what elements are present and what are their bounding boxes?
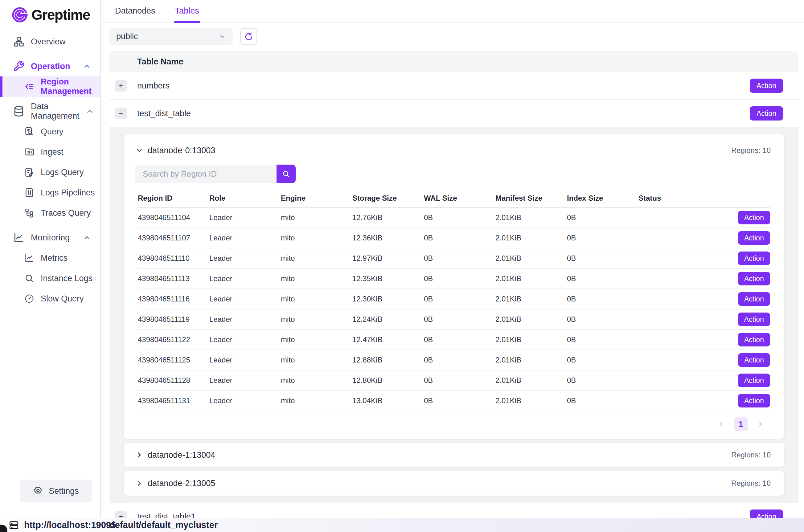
region-action-button[interactable]: Action — [738, 231, 770, 245]
region-action-button[interactable]: Action — [738, 394, 770, 407]
tab-label: Tables — [175, 6, 199, 16]
region-storage-size: 12.76KiB — [352, 213, 424, 222]
region-search-input[interactable] — [135, 165, 276, 183]
database-icon — [13, 106, 25, 117]
region-row: 4398046511128 Leader mito 12.80KiB 0B 2.… — [138, 370, 770, 391]
table-name: test_dist_table — [137, 109, 191, 118]
sidebar-item-logs-pipelines[interactable]: Logs Pipelines — [0, 183, 100, 203]
region-role: Leader — [209, 254, 281, 263]
sidebar-nav: Overview Operation Region Management — [0, 32, 100, 309]
document-search-icon — [24, 126, 35, 137]
column-header: Engine — [281, 194, 352, 203]
region-index-size: 0B — [567, 294, 638, 303]
collapse-button[interactable] — [115, 108, 127, 119]
column-header: Manifest Size — [495, 194, 567, 203]
chevron-up-icon — [86, 107, 94, 115]
region-row: 4398046511113 Leader mito 12.35KiB 0B 2.… — [138, 269, 770, 289]
region-wal-size: 0B — [424, 294, 495, 303]
sidebar-item-overview[interactable]: Overview — [0, 32, 100, 52]
region-manifest-size: 2.01KiB — [495, 335, 567, 344]
datanode-card-header[interactable]: datanode-0:13003 Regions: 10 — [123, 144, 784, 157]
region-engine: mito — [281, 234, 352, 242]
search-button[interactable] — [276, 165, 295, 183]
column-header: Region ID — [138, 194, 209, 203]
settings-button[interactable]: Settings — [20, 480, 92, 502]
region-action-button[interactable]: Action — [738, 292, 770, 306]
region-id: 4398046511122 — [138, 335, 209, 344]
next-page-button[interactable] — [757, 420, 765, 428]
speedometer-icon — [24, 293, 35, 304]
sidebar-item-label: Instance Logs — [41, 274, 93, 283]
schema-select[interactable]: public — [110, 28, 233, 45]
tab-bar: Datanodes Tables — [101, 0, 804, 22]
region-manifest-size: 2.01KiB — [495, 356, 567, 364]
datanode-card-header[interactable]: datanode-1:13004 Regions: 10 — [123, 443, 784, 467]
datanode-card-header[interactable]: datanode-2:13005 Regions: 10 — [123, 471, 784, 496]
table-action-button[interactable]: Action — [750, 79, 783, 93]
datanode-card: datanode-1:13004 Regions: 10 — [123, 443, 784, 467]
pagination: 1 — [123, 411, 784, 437]
region-manifest-size: 2.01KiB — [495, 213, 567, 222]
sidebar-item-label: Metrics — [41, 253, 68, 263]
table-action-button[interactable]: Action — [750, 106, 783, 120]
sidebar-item-logs-query[interactable]: Logs Query — [0, 162, 100, 183]
region-index-size: 0B — [567, 234, 638, 242]
sidebar-section-data-management[interactable]: Data Management — [0, 101, 100, 121]
region-role: Leader — [209, 376, 281, 385]
region-wal-size: 0B — [424, 396, 495, 405]
region-id: 4398046511131 — [138, 396, 209, 405]
region-wal-size: 0B — [424, 356, 495, 364]
main-content: Datanodes Tables public Table Name — [101, 0, 804, 532]
region-index-size: 0B — [567, 274, 638, 283]
sidebar-item-query[interactable]: Query — [0, 121, 100, 142]
page-number[interactable]: 1 — [734, 417, 748, 431]
region-wal-size: 0B — [424, 335, 495, 344]
region-id: 4398046511104 — [138, 213, 209, 222]
tab-datanodes[interactable]: Datanodes — [115, 0, 155, 22]
sidebar-item-metrics[interactable]: Metrics — [0, 248, 100, 268]
sidebar-section-operation[interactable]: Operation — [0, 56, 100, 76]
region-storage-size: 12.88KiB — [352, 356, 424, 364]
brand-logo[interactable]: Greptime — [0, 0, 100, 32]
region-action-button[interactable]: Action — [738, 251, 770, 265]
region-row: 4398046511119 Leader mito 12.24KiB 0B 2.… — [138, 309, 770, 330]
region-row: 4398046511104 Leader mito 12.76KiB 0B 2.… — [138, 208, 770, 228]
region-wal-size: 0B — [424, 234, 495, 242]
region-role: Leader — [209, 335, 281, 344]
table-expanded-detail: datanode-0:13003 Regions: 10 Region ID — [110, 128, 799, 503]
tab-label: Datanodes — [115, 6, 155, 16]
magnifier-icon — [24, 273, 35, 284]
column-header: Index Size — [567, 194, 638, 203]
region-action-button[interactable]: Action — [738, 353, 770, 367]
region-engine: mito — [281, 254, 352, 263]
refresh-icon — [244, 32, 253, 41]
datanode-name: datanode-2:13005 — [148, 479, 215, 488]
sidebar-item-traces-query[interactable]: Traces Query — [0, 203, 100, 223]
region-action-button[interactable]: Action — [738, 312, 770, 326]
sidebar-item-ingest[interactable]: Ingest — [0, 142, 100, 162]
sidebar-section-monitoring[interactable]: Monitoring — [0, 227, 100, 248]
sidebar-item-instance-logs[interactable]: Instance Logs — [0, 268, 100, 288]
region-action-button[interactable]: Action — [738, 333, 770, 346]
region-action-button[interactable]: Action — [738, 272, 770, 285]
expand-button[interactable] — [115, 80, 127, 92]
column-header: Status — [638, 194, 710, 203]
regions-count: Regions: 10 — [731, 451, 771, 459]
datanode-card: datanode-0:13003 Regions: 10 Region ID — [123, 134, 784, 439]
chevron-down-icon — [135, 147, 143, 154]
sidebar-item-slow-query[interactable]: Slow Query — [0, 288, 100, 309]
region-action-button[interactable]: Action — [738, 374, 770, 387]
region-role: Leader — [209, 315, 281, 324]
region-action-button[interactable]: Action — [738, 211, 770, 224]
refresh-button[interactable] — [240, 28, 257, 45]
sidebar-item-region-management[interactable]: Region Management — [0, 76, 100, 97]
region-role: Leader — [209, 396, 281, 405]
region-role: Leader — [209, 294, 281, 303]
tab-tables[interactable]: Tables — [175, 0, 199, 22]
tables-list-header: Table Name — [110, 51, 799, 72]
region-manifest-size: 2.01KiB — [495, 274, 567, 283]
settings-label: Settings — [49, 487, 79, 496]
prev-page-button[interactable] — [717, 420, 725, 428]
region-wal-size: 0B — [424, 254, 495, 263]
chevron-up-icon — [83, 234, 91, 242]
